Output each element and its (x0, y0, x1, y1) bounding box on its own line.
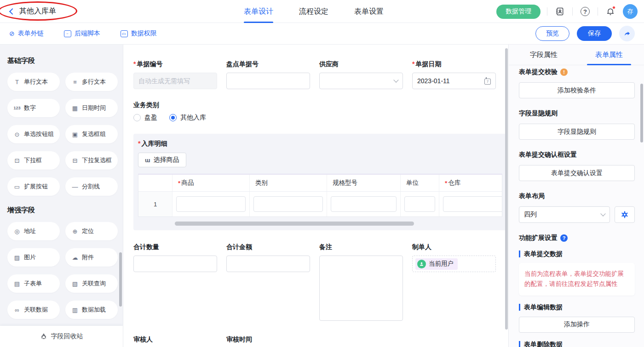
flow-form-notice: 当前为流程表单，表单提交功能扩展的配置，请前往流程发起节点属性 (519, 263, 635, 296)
field-item-multi-line-text[interactable]: ≡多行文本 (65, 73, 118, 91)
data-permission-link[interactable]: ılı 数据权限 (121, 29, 157, 38)
field-biz-type[interactable]: 业务类别 盘盈 其他入库 (133, 101, 496, 122)
total-qty-input[interactable] (133, 256, 217, 272)
warehouse-cell-input[interactable] (443, 196, 502, 212)
form-external-link[interactable]: ⊘ 表单外链 (9, 29, 44, 38)
preview-button[interactable]: 预览 (535, 26, 569, 41)
field-item-linked-query[interactable]: ▧关联查询 (65, 274, 118, 293)
field-item-image[interactable]: ▨图片 (7, 248, 60, 267)
field-doc-date[interactable]: *单据日期 2023-01-11 (412, 60, 496, 89)
field-item-radio-group[interactable]: ⊙单选按钮组 (7, 125, 60, 143)
layout-settings-button[interactable] (615, 206, 635, 223)
field-item-linked-data[interactable]: ∞关联数据 (7, 301, 60, 319)
field-item-dropdown[interactable]: ⊡下拉框 (7, 151, 60, 170)
visibility-rule-button[interactable]: 字段显隐规则 (519, 124, 635, 140)
calendar-icon (484, 79, 491, 85)
backend-script-link[interactable]: ~ 后端脚本 (64, 29, 100, 38)
linked-data-icon: ∞ (13, 307, 21, 313)
sub-toolbar: ⊘ 表单外链 ~ 后端脚本 ılı 数据权限 预览 保存 (0, 23, 644, 45)
layout-section-title: 表单布局 (519, 192, 635, 200)
delete-data-subtitle: 表单删除数据 (519, 341, 635, 347)
detail-table-header: *商品 类别 规格型号 单位 *仓库 (138, 175, 502, 192)
field-item-single-line-text[interactable]: T单行文本 (7, 73, 60, 91)
script-icon: ~ (64, 30, 71, 37)
help-icon[interactable]: ? (579, 6, 591, 17)
tab-form-design[interactable]: 表单设计 (244, 0, 273, 23)
tab-form-properties[interactable]: 表单属性 (587, 45, 631, 65)
divider (598, 7, 598, 16)
field-item-subform[interactable]: ▤子表单 (7, 274, 60, 293)
contacts-icon[interactable] (554, 6, 566, 17)
save-button[interactable]: 保存 (577, 26, 612, 41)
field-item-data-load[interactable]: ▥数据加载 (65, 301, 118, 319)
spec-cell-input[interactable] (331, 196, 397, 212)
field-item-number[interactable]: 123数字 (7, 99, 60, 117)
doc-no-input[interactable] (133, 73, 217, 89)
checkbox-group-icon: ▣ (71, 131, 79, 138)
total-amt-input[interactable] (226, 256, 310, 272)
sidebar-scrollbar[interactable] (119, 252, 122, 307)
field-auditor[interactable]: 审核人 当前用户 (133, 336, 217, 347)
field-item-multi-dropdown[interactable]: ⊟下拉复选框 (65, 151, 118, 170)
radio-other-inbound[interactable]: 其他入库 (169, 114, 206, 122)
category-cell-input[interactable] (253, 196, 323, 212)
help-badge-icon: ? (560, 234, 568, 242)
data-manage-button[interactable]: 数据管理 (496, 5, 540, 19)
select-product-button[interactable]: ɯ 选择商品 (138, 153, 186, 167)
field-supplier[interactable]: 供应商 (319, 60, 403, 89)
back-chevron-icon (9, 8, 16, 14)
field-item-divider[interactable]: —分割线 (65, 177, 118, 196)
field-doc-no[interactable]: *单据编号 (133, 60, 217, 89)
remark-textarea[interactable] (319, 256, 403, 321)
divider (572, 7, 573, 16)
layout-select[interactable]: 四列 (519, 206, 610, 223)
submit-confirm-button[interactable]: 表单提交确认设置 (519, 165, 635, 181)
canvas-scrollbar[interactable] (505, 48, 508, 330)
field-total-amt[interactable]: 合计金额 (226, 243, 310, 272)
tab-form-setting[interactable]: 表单设置 (354, 0, 384, 23)
tab-field-properties[interactable]: 字段属性 (522, 45, 566, 65)
confirm-section-title: 表单提交确认框设置 (519, 151, 635, 159)
add-validation-button[interactable]: 添加校验条件 (519, 82, 635, 98)
supplier-select[interactable] (319, 73, 403, 89)
warning-icon: ! (560, 68, 568, 76)
field-item-extend-button[interactable]: ▭扩展按钮 (7, 177, 60, 196)
divider (547, 7, 547, 16)
field-recycle-bin[interactable]: 字段回收站 (0, 326, 123, 347)
edit-add-operation-button[interactable]: 添加操作 (519, 317, 635, 333)
col-warehouse: *仓库 (439, 175, 502, 191)
field-maker[interactable]: 制单人 当前用户 (412, 243, 496, 272)
field-item-locate[interactable]: ⊕定位 (65, 222, 118, 240)
edit-data-subtitle: 表单编辑数据 (519, 304, 635, 311)
data-permission-icon: ılı (121, 30, 128, 37)
field-total-qty[interactable]: 合计数量 (133, 243, 217, 272)
main-tabs: 表单设计 流程设定 表单设置 (244, 0, 384, 23)
user-avatar[interactable]: 存 (623, 4, 638, 19)
detail-table-hscrollbar[interactable] (175, 222, 414, 226)
properties-panel: 字段属性 表单属性 表单提交校验 ! 添加校验条件 字段显隐规则 字段显隐规则 … (508, 45, 644, 347)
panel-scrollbar[interactable] (640, 84, 643, 142)
doc-date-picker[interactable]: 2023-01-11 (412, 73, 496, 89)
chevron-down-icon (393, 77, 398, 82)
field-audit-time[interactable]: 审核时间 2023-01-11 (226, 336, 310, 347)
unit-cell-input[interactable] (404, 196, 435, 212)
submit-data-subtitle: 表单提交数据 (519, 250, 635, 257)
field-item-attachment[interactable]: ☁附件 (65, 248, 118, 267)
gear-icon (621, 210, 629, 219)
field-remark[interactable]: 备注 (319, 243, 403, 323)
product-cell-input[interactable] (176, 196, 246, 212)
share-button[interactable] (619, 26, 635, 41)
field-item-checkbox-group[interactable]: ▣复选框组 (65, 125, 118, 143)
back-button[interactable]: 其他入库单 (7, 6, 56, 16)
extend-button-icon: ▭ (13, 183, 21, 190)
radio-panying[interactable]: 盘盈 (133, 114, 157, 122)
field-inventory-no[interactable]: 盘点单据号 (226, 60, 310, 89)
inventory-no-input[interactable] (226, 73, 310, 89)
notification-bell-icon[interactable] (604, 6, 616, 17)
link-icon: ⊘ (9, 30, 15, 37)
field-item-datetime[interactable]: ▦日期时间 (65, 99, 118, 117)
tab-flow-setting[interactable]: 流程设定 (299, 0, 328, 23)
field-inbound-detail[interactable]: *入库明细 ɯ 选择商品 *商品 类别 规格型号 单位 *仓库 1 (133, 134, 506, 230)
field-item-address[interactable]: ◎地址 (7, 222, 60, 240)
attachment-icon: ☁ (71, 254, 79, 261)
